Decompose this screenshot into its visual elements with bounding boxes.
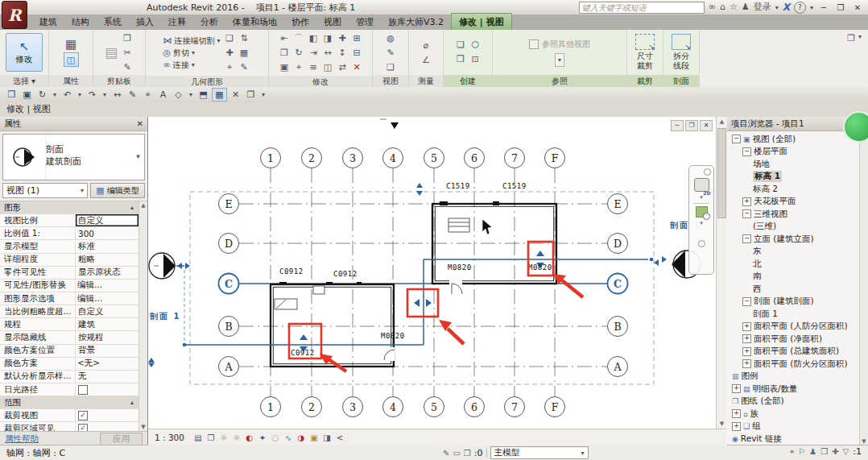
reveal-hidden-icon[interactable]: ◑ [296, 432, 307, 443]
cope-icon[interactable]: ⌖ [223, 60, 237, 73]
tree-expand-icon[interactable]: + [742, 359, 751, 368]
property-row[interactable]: 图形显示选项 编辑... [0, 292, 138, 305]
measure-angle-icon[interactable]: ∠ [420, 53, 433, 66]
property-row[interactable]: 日光路径 [0, 383, 138, 396]
linework-icon[interactable]: ✎ [384, 46, 398, 59]
tree-item[interactable]: 标高 1 [729, 171, 860, 184]
properties-close-icon[interactable]: ✕ [137, 119, 143, 128]
wall-joins-icon[interactable]: ⇅ [238, 31, 251, 44]
create-group-icon[interactable]: ❒ [454, 53, 468, 66]
undo-caret[interactable]: ▾ [76, 89, 84, 101]
navbar-options-icon[interactable] [704, 168, 711, 176]
constraints-icon[interactable]: ◨ [321, 432, 333, 443]
search-icon[interactable]: ∞ [709, 2, 716, 13]
mirror-axis-icon[interactable]: ◧ [307, 31, 320, 44]
align-icon[interactable]: ⇤ [278, 31, 291, 44]
extend-icon[interactable]: ↔ [321, 46, 335, 59]
view-close-button[interactable]: ✕ [700, 120, 713, 131]
worksets-icon[interactable]: ▭ [453, 449, 460, 458]
copy-icon[interactable]: ❐ [278, 46, 291, 59]
paste-icon[interactable]: ▤ [105, 46, 118, 59]
panel-label-measure[interactable]: 测量 [409, 75, 443, 87]
element-filter-select[interactable]: 视图 (1)▾ [2, 183, 88, 198]
move-icon[interactable]: ✚ [336, 31, 349, 44]
beam-icon[interactable]: ✚ [223, 46, 237, 59]
trim-icon[interactable]: ⇥ [307, 46, 320, 59]
tree-item[interactable]: − ▣ 视图 (全部) [729, 133, 860, 146]
delete-icon[interactable]: ✕ [350, 60, 364, 73]
redo-caret[interactable]: ▾ [101, 89, 109, 101]
close-hidden-windows-icon[interactable]: ✕ [229, 89, 242, 101]
panel-label-select[interactable]: 选择 ▾ [0, 75, 48, 87]
tree-expand-icon[interactable]: − [732, 135, 741, 143]
scroll-up-icon[interactable]: ▲ [717, 117, 727, 127]
modify-button[interactable]: ↖ 修改 [6, 33, 43, 72]
panel-label-crop[interactable]: 裁剪 [627, 75, 663, 87]
property-row[interactable]: 可见性/图形替换 编辑... [0, 280, 138, 292]
help-search-input[interactable]: 键入关键字或短语 [579, 2, 705, 14]
undo-icon[interactable]: ↶ [60, 89, 74, 101]
paint-icon[interactable]: ▦ [238, 46, 251, 59]
help-caret[interactable]: ▾ [810, 4, 813, 11]
crop-region-icon[interactable]: ❐ [205, 432, 217, 443]
property-row[interactable]: 详细程度 粗略 [0, 254, 138, 267]
tree-item[interactable]: + 面积平面 (总建筑面积) [729, 346, 860, 358]
offset-icon[interactable]: ⌒ [292, 31, 306, 44]
crop-visible-icon[interactable]: ◌ [270, 432, 281, 443]
signin-link[interactable]: 登录 [754, 2, 771, 13]
reference-view-select[interactable]: ▾ [555, 53, 564, 67]
reference-other-view-checkbox[interactable]: 参照其他视图 [529, 39, 590, 50]
cut-icon[interactable]: ✂ [121, 46, 134, 59]
match-type-icon[interactable]: ✎ [121, 60, 134, 73]
ribbon-tab[interactable]: 族库大师V3.2 [381, 14, 451, 30]
view-caret[interactable]: ▾ [187, 89, 195, 101]
panel-label-geometry[interactable]: 几何图形 [146, 76, 268, 88]
edit-type-button[interactable]: ▦ 编辑类型 [90, 183, 145, 198]
panel-label-reference[interactable]: 参照 [493, 75, 626, 87]
view-restore-button[interactable]: ❐ [685, 120, 698, 131]
view-scale-label[interactable]: 1 : 300 [155, 433, 184, 442]
property-row[interactable]: 默认分析显示样... 无 [0, 371, 138, 383]
properties-icon[interactable]: ▦ [64, 38, 78, 51]
tree-item[interactable]: (三维) [729, 221, 860, 234]
editable-only-icon[interactable]: ✎ [443, 449, 449, 458]
edit-profile-icon[interactable]: ✎ [238, 60, 251, 73]
thin-lines-icon[interactable]: ▦ [212, 88, 227, 102]
properties-scrollbar[interactable]: ▲▼ [138, 201, 147, 431]
sun-path-icon[interactable]: ☼ [218, 432, 229, 443]
tree-item[interactable]: ◉ Revit 链接 [729, 433, 860, 445]
navigation-bar[interactable]: ▾ ▾ [688, 165, 714, 275]
property-row[interactable]: 当比例粗略度超... 自定义 [0, 305, 138, 318]
properties-toggle-icon[interactable]: ◫ [64, 52, 79, 67]
property-row[interactable]: 规程 建筑 [0, 318, 138, 331]
viewbar-collapse-icon[interactable]: < [334, 432, 345, 443]
ribbon-tab[interactable]: 修改 | 视图 [451, 13, 512, 30]
size-crop-icon[interactable] [635, 34, 655, 50]
panel-label-section[interactable]: 剖面 [663, 75, 699, 87]
checkbox-icon[interactable] [78, 385, 88, 395]
legend-component-icon[interactable]: ❏ [454, 39, 468, 52]
sync-icon[interactable]: ↻ [35, 89, 49, 101]
qat-caret[interactable]: ▾ [259, 89, 267, 101]
split-segment-button[interactable]: 拆分 线段 [673, 52, 689, 71]
switch-window-icon[interactable]: ❐ [847, 33, 855, 44]
help-icon[interactable]: ? [794, 2, 806, 14]
browser-scrollbar[interactable]: ▲▼ [859, 131, 868, 445]
demolish-icon[interactable]: ❏ [223, 31, 237, 44]
property-row[interactable]: 显示模型 标准 [0, 240, 138, 253]
tree-item[interactable]: − 楼层平面 [729, 146, 860, 159]
save-icon[interactable]: ▣ [20, 89, 34, 101]
tree-item[interactable]: 剖面 1 [729, 308, 860, 321]
property-row[interactable]: 范围 [0, 396, 138, 409]
hide-icon[interactable]: ❏ [384, 60, 398, 73]
tree-expand-icon[interactable]: + [742, 322, 751, 331]
drawing-area[interactable]: 11223344556677FFEEDDCCBBAA剖面 1剖面 1C1519C… [147, 117, 727, 445]
text-icon[interactable]: A [156, 89, 170, 101]
tree-item[interactable]: + 面积平面 (防火分区面积) [729, 358, 860, 371]
default-3d-view-icon[interactable]: ◇ [172, 89, 185, 101]
panel-label-view[interactable]: 视图 [373, 75, 408, 87]
measure-line-icon[interactable]: ⌀ [420, 39, 433, 52]
redo-icon[interactable]: ↷ [85, 89, 99, 101]
rotate-icon[interactable]: ↻ [292, 46, 306, 59]
zoom-icon[interactable] [696, 206, 708, 218]
